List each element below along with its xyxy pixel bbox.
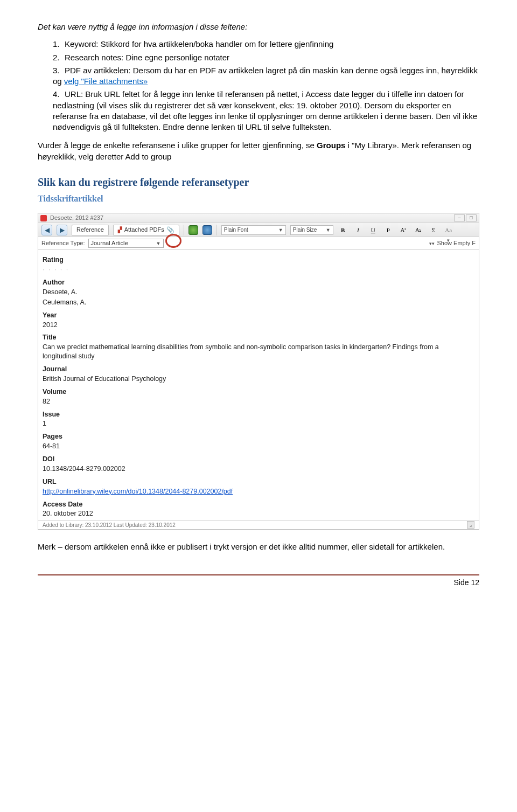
window-titlebar: Desoete, 2012 #237 – □: [38, 213, 479, 223]
window-statusbar: Added to Library: 23.10.2012 Last Update…: [38, 520, 479, 529]
italic-button[interactable]: I: [353, 225, 364, 235]
tab-attached-pdfs[interactable]: ▞Attached PDFs📎: [113, 225, 179, 235]
field-value-journal[interactable]: British Journal of Educational Psycholog…: [43, 374, 474, 384]
scroll-handle[interactable]: ⌟: [467, 521, 474, 529]
tab-label: Reference: [76, 226, 104, 234]
list-item: 4.URL: Bruk URL feltet for å legge inn l…: [53, 89, 479, 133]
window-title: Desoete, 2012 #237: [50, 214, 103, 222]
list-item: 3.PDF av artikkelen: Dersom du har en PD…: [53, 65, 479, 87]
field-value-year[interactable]: 2012: [43, 320, 474, 330]
font-size-dropdown[interactable]: Plain Size▼: [290, 225, 333, 235]
chevron-down-icon: ▼: [156, 240, 161, 247]
list-number: 1.: [53, 39, 65, 50]
field-value-doi[interactable]: 10.1348/2044-8279.002002: [43, 464, 474, 474]
paperclip-icon: 📎: [166, 226, 174, 234]
open-link-icon[interactable]: [202, 225, 212, 235]
field-label-journal: Journal: [43, 365, 474, 374]
pdf-icon: ▞: [118, 226, 122, 234]
dropdown-value: Plain Font: [224, 226, 248, 234]
intro-line: Det kan være nyttig å legge inn informas…: [38, 22, 479, 32]
field-label-doi: DOI: [43, 455, 474, 464]
para-text: Vurder å legge de enkelte referansene i …: [38, 141, 317, 150]
subscript-button[interactable]: A₁: [413, 225, 424, 235]
reference-type-label: Reference Type:: [41, 239, 85, 247]
field-value-rating[interactable]: · · · · ·: [43, 265, 474, 275]
list-text: Research notes: Dine egne personlige not…: [65, 53, 229, 62]
maximize-button[interactable]: □: [466, 214, 477, 221]
field-value-author[interactable]: Ceulemans, A.: [43, 297, 474, 308]
minimize-button[interactable]: –: [454, 214, 465, 221]
chevron-down-icon: ▼: [278, 227, 283, 233]
field-value-issue[interactable]: 1: [43, 419, 474, 429]
page-footer: Side 12: [38, 574, 479, 588]
toolbar: ◀ ▶ Reference ▞Attached PDFs📎 Plain Font…: [38, 223, 479, 237]
field-label-access-date: Access Date: [43, 500, 474, 509]
field-value-volume[interactable]: 82: [43, 397, 474, 407]
field-value-title[interactable]: Can we predict mathematical learning dis…: [43, 342, 474, 362]
bold-button[interactable]: B: [338, 225, 348, 235]
list-text: Keyword: Stikkord for hva artikkelen/bok…: [65, 39, 333, 48]
field-value-author[interactable]: Desoete, A.: [43, 287, 474, 297]
forward-button[interactable]: ▶: [57, 225, 67, 235]
field-value-pages[interactable]: 64-81: [43, 441, 474, 452]
file-attachments-link: velg "File attachments»: [64, 77, 148, 86]
heading-register-types: Slik kan du registrere følgende referans…: [38, 175, 479, 190]
font-name-dropdown[interactable]: Plain Font▼: [221, 225, 286, 235]
groups-paragraph: Vurder å legge de enkelte referansene i …: [38, 140, 479, 162]
list-item: 2.Research notes: Dine egne personlige n…: [53, 52, 479, 63]
field-label-author: Author: [43, 278, 474, 287]
chevron-down-icon: ▼: [326, 227, 331, 233]
show-empty-label: Show Empty F: [437, 239, 476, 247]
list-number: 3.: [53, 65, 65, 76]
field-label-title: Title: [43, 333, 474, 342]
page-number: Side 12: [454, 578, 479, 587]
numbered-list: 1.Keyword: Stikkord for hva artikkelen/b…: [53, 39, 479, 133]
reference-type-bar: Reference Type: Journal Article ▼ ▾▾ Sho…: [38, 237, 479, 250]
chevron-icon: ▾▾: [429, 240, 435, 247]
field-value-access-date[interactable]: 20. oktober 2012: [43, 509, 474, 519]
plain-button[interactable]: P: [383, 225, 394, 235]
field-label-issue: Issue: [43, 410, 474, 419]
globe-icon[interactable]: [188, 225, 198, 235]
separator: [184, 225, 184, 235]
field-label-year: Year: [43, 311, 474, 320]
groups-label: Groups: [317, 141, 345, 150]
separator: [216, 225, 217, 235]
list-text: URL: Bruk URL feltet for å legge inn len…: [53, 89, 477, 131]
statusbar-text: Added to Library: 23.10.2012 Last Update…: [43, 522, 176, 529]
show-empty-toggle[interactable]: ▾▾ Show Empty F: [429, 239, 476, 247]
tab-label: Attached PDFs: [124, 226, 164, 234]
endnote-window: Desoete, 2012 #237 – □ ◀ ▶ Reference ▞At…: [38, 213, 479, 530]
app-icon: [40, 215, 47, 221]
back-button[interactable]: ◀: [41, 225, 52, 235]
field-value-url[interactable]: http://onlinelibrary.wiley.com/doi/10.13…: [43, 487, 474, 497]
field-label-rating: Rating: [43, 255, 474, 265]
dropdown-value: Plain Size: [293, 226, 317, 234]
heading-journal-article: Tidsskriftartikkel: [38, 193, 479, 205]
field-label-pages: Pages: [43, 432, 474, 441]
list-item: 1.Keyword: Stikkord for hva artikkelen/b…: [53, 39, 479, 50]
list-number: 2.: [53, 52, 65, 63]
reference-type-dropdown[interactable]: Journal Article ▼: [88, 239, 164, 248]
tab-reference[interactable]: Reference: [72, 225, 109, 235]
field-label-url: URL: [43, 477, 474, 487]
list-number: 4.: [53, 89, 65, 100]
field-label-volume: Volume: [43, 387, 474, 397]
underline-button[interactable]: U: [368, 225, 379, 235]
closing-paragraph: Merk – dersom artikkelen ennå ikke er pu…: [38, 542, 479, 552]
superscript-button[interactable]: A¹: [398, 225, 409, 235]
reference-fields: Rating · · · · · Author Desoete, A. Ceul…: [38, 250, 479, 520]
dropdown-value: Journal Article: [91, 239, 128, 247]
window-buttons: – □: [454, 214, 477, 221]
symbol-button[interactable]: Σ: [428, 225, 439, 235]
case-button[interactable]: Aa ▾: [443, 225, 454, 235]
